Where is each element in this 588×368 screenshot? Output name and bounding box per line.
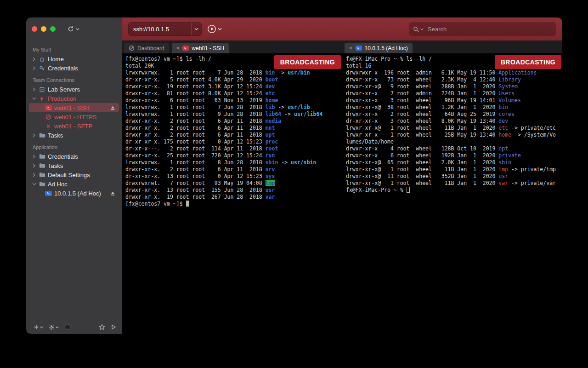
https-icon xyxy=(45,114,52,120)
settings-button[interactable] xyxy=(47,323,61,331)
sidebar-item-web01-sftp[interactable]: web01 - SFTP xyxy=(29,121,119,131)
terminal-wrap-right: fx@FX-iMac-Pro ~ % ls -lh /total 16drwxr… xyxy=(342,53,562,334)
connect-button-group[interactable] xyxy=(207,24,222,34)
chevron-right-icon[interactable] xyxy=(32,173,36,177)
search-input[interactable] xyxy=(427,25,552,33)
folder-icon xyxy=(39,154,45,159)
terminal-line: drwxr-xr-x 4 root wheel 128B Oct 10 2019… xyxy=(346,145,562,152)
eject-icon[interactable] xyxy=(109,105,116,110)
terminal-line: drwxr-xr-x. 2 root root 6 Apr 11 2018 me… xyxy=(125,118,342,125)
bolt-icon xyxy=(39,96,45,102)
chevron-down-icon xyxy=(76,28,79,30)
sidebar-section-header: Team Connections xyxy=(26,73,122,85)
connect-play-button[interactable] xyxy=(111,324,116,330)
status-circle-icon xyxy=(64,324,71,330)
add-button[interactable] xyxy=(32,323,45,331)
minimize-window-button[interactable] xyxy=(41,26,46,32)
status-circle-button[interactable] xyxy=(62,323,73,331)
sidebar-item-lab-servers[interactable]: Lab Servers xyxy=(29,85,119,94)
chevron-down-icon xyxy=(40,326,43,328)
toolbar: ssh://10.0.1.5 xyxy=(122,17,562,40)
broadcasting-badge: BROADCASTING xyxy=(495,55,561,69)
terminal-red-icon: >_ xyxy=(182,46,189,51)
sidebar-item-web01-https[interactable]: web01 - HTTPS xyxy=(29,112,119,121)
terminal-line: lumes/Data/home xyxy=(346,138,562,145)
chevron-down-icon[interactable] xyxy=(191,23,201,35)
tab-label: Dashboard xyxy=(137,45,164,52)
sidebar-item-default-settings[interactable]: Default Settings xyxy=(29,170,119,179)
sidebar-item-label: web01 - SSH xyxy=(54,104,90,111)
chevron-down-icon[interactable] xyxy=(32,183,36,185)
chevron-right-icon[interactable] xyxy=(32,66,36,70)
terminal-right[interactable]: fx@FX-iMac-Pro ~ % ls -lh /total 16drwxr… xyxy=(342,53,562,194)
terminal-line: drwxr-xr-x. 25 root root 720 Apr 12 15:2… xyxy=(125,152,342,159)
plus-icon xyxy=(34,324,39,330)
terminal-line: [fx@centos7-vm ~]$ xyxy=(125,201,342,207)
terminal-line: dr-xr-xr-x. 13 root root 0 Apr 12 15:23 … xyxy=(125,173,342,180)
terminal-line: drwxr-xr-x. 81 root root 8.0K Apr 12 15:… xyxy=(125,90,342,97)
terminal-line: drwxr-xr-x 3 root wheel 96B May 19 14:01… xyxy=(346,97,562,104)
sync-icon xyxy=(68,26,74,32)
tab-10.0.1.5-ad-hoc[interactable]: ×>_10.0.1.5 (Ad Hoc) xyxy=(345,43,413,53)
sidebar-item-tasks[interactable]: Tasks xyxy=(29,161,119,170)
tab-label: 10.0.1.5 (Ad Hoc) xyxy=(365,45,408,52)
sidebar-item-ad-hoc[interactable]: Ad Hoc xyxy=(29,179,119,189)
chevron-down-icon[interactable] xyxy=(32,97,36,100)
terminal-line: drwxr-xr-x@ 9 root wheel 288B Jan 1 2020… xyxy=(346,83,562,90)
chevron-right-icon[interactable] xyxy=(32,87,36,92)
terminal-line: drwxr-xr-x. 13 root root 155 Jun 28 2018… xyxy=(125,187,342,194)
play-circle-icon[interactable] xyxy=(207,24,216,34)
sidebar-item-home[interactable]: Home xyxy=(29,54,119,63)
sidebar-item-tasks[interactable]: Tasks xyxy=(29,131,119,140)
sync-dropdown[interactable] xyxy=(68,26,79,32)
pane-right: ×>_10.0.1.5 (Ad Hoc) fx@FX-iMac-Pro ~ % … xyxy=(342,40,562,334)
terminal-line: drwxr-xr-x@ 38 root wheel 1.2K Jan 1 202… xyxy=(346,104,562,111)
key-icon xyxy=(39,65,45,71)
sidebar-item-web01-ssh[interactable]: >_web01 - SSH xyxy=(29,103,119,112)
sidebar-item-label: 10.0.1.5 (Ad Hoc) xyxy=(54,190,101,197)
sidebar-item-label: Credentials xyxy=(48,65,78,72)
sidebar-item-label: Lab Servers xyxy=(48,86,80,93)
terminal-line: drwxr-xr-x 2 root wheel 64B Aug 25 2019 … xyxy=(346,111,562,118)
terminal-line: drwxr-xr-x 6 root wheel 192B Jan 1 2020 … xyxy=(346,152,562,159)
terminal-left[interactable]: [fx@centos7-vm ~]$ ls -lh /total 20Klrwx… xyxy=(122,53,342,207)
pane-left: Dashboard×>_web01 - SSH [fx@centos7-vm ~… xyxy=(122,40,342,334)
chevron-down-icon[interactable] xyxy=(420,28,424,30)
tab-dashboard[interactable]: Dashboard xyxy=(124,43,169,53)
sidebar-tree: My StuffHomeCredentialsTeam ConnectionsL… xyxy=(26,40,122,320)
tab-label: web01 - SSH xyxy=(192,45,224,52)
favorite-star-button[interactable] xyxy=(99,324,105,330)
chevron-right-icon[interactable] xyxy=(32,133,36,138)
app-window: My StuffHomeCredentialsTeam ConnectionsL… xyxy=(26,17,562,334)
chevron-right-icon[interactable] xyxy=(32,164,36,168)
terminal-line: dr-xr-xr-x. 5 root root 4.0K Apr 29 2020… xyxy=(125,76,342,83)
search-field[interactable] xyxy=(409,22,556,36)
terminal-line: drwxrwxr-x 196 root admin 6.1K May 19 11… xyxy=(346,69,562,76)
sidebar-section-header: My Stuff xyxy=(26,42,122,54)
dashboard-icon xyxy=(129,45,135,51)
connection-address-dropdown[interactable]: ssh://10.0.1.5 xyxy=(128,22,202,36)
terminal-line: lrwxr-xr-x@ 1 root wheel 11B Jan 1 2020 … xyxy=(346,180,562,187)
tab-close-icon[interactable]: × xyxy=(176,45,180,51)
chevron-down-icon xyxy=(56,326,59,328)
tab-close-icon[interactable]: × xyxy=(349,45,353,51)
sidebar-item-label: Credentials xyxy=(48,153,78,160)
sidebar-item-credentials[interactable]: Credentials xyxy=(29,63,119,73)
gear-icon xyxy=(49,324,55,330)
terminal-line: drwxr-xr-x. 2 root root 6 Apr 11 2018 op… xyxy=(125,132,342,138)
sidebar-item-10.0.1.5-ad-hoc[interactable]: >_10.0.1.5 (Ad Hoc) xyxy=(29,189,119,198)
close-window-button[interactable] xyxy=(32,26,37,32)
eject-icon[interactable] xyxy=(109,191,116,196)
zoom-window-button[interactable] xyxy=(50,26,56,32)
terminal-panes: Dashboard×>_web01 - SSH [fx@centos7-vm ~… xyxy=(122,40,562,334)
servers-icon xyxy=(39,86,45,92)
sidebar-footer xyxy=(26,320,122,334)
chevron-down-icon[interactable] xyxy=(218,28,222,30)
tab-web01-ssh[interactable]: ×>_web01 - SSH xyxy=(172,43,229,53)
sidebar-item-production[interactable]: Production xyxy=(29,94,119,103)
sidebar-item-credentials[interactable]: Credentials xyxy=(29,152,119,161)
sidebar-item-label: Tasks xyxy=(48,132,63,139)
tabbar-left: Dashboard×>_web01 - SSH xyxy=(122,40,342,53)
chevron-right-icon[interactable] xyxy=(32,155,36,159)
chevron-right-icon[interactable] xyxy=(32,57,36,61)
